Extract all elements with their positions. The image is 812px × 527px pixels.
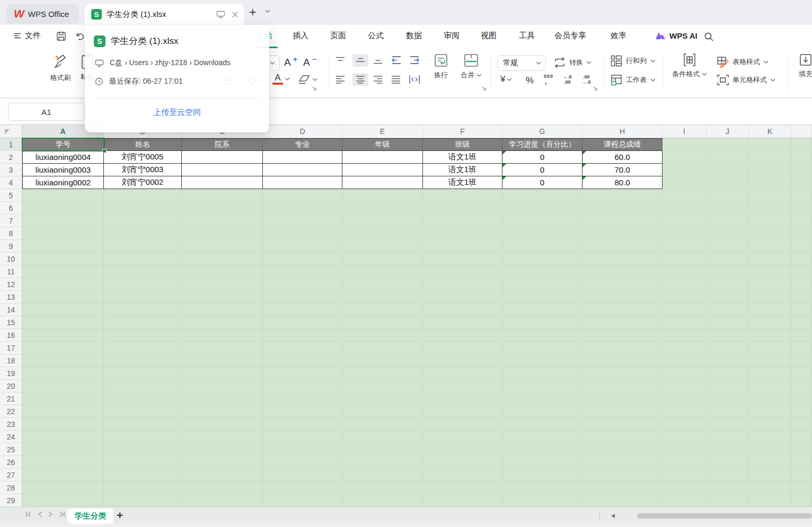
- eraser-button[interactable]: [298, 74, 317, 85]
- name-box[interactable]: A1: [8, 103, 85, 121]
- alignment-dialog-launcher-icon[interactable]: [481, 86, 487, 91]
- increase-font-button[interactable]: A+: [284, 57, 297, 68]
- cell-partial-10[interactable]: [791, 253, 812, 265]
- cell-A4[interactable]: liuxiaoning0002: [22, 176, 104, 189]
- menu-tab-view[interactable]: 视图: [481, 31, 497, 41]
- cell-J24[interactable]: [707, 431, 749, 443]
- rows-and-columns-button[interactable]: 行和列: [611, 55, 656, 67]
- cell-J19[interactable]: [707, 367, 749, 380]
- cell-G26[interactable]: [502, 456, 582, 469]
- cell-I22[interactable]: [663, 405, 707, 418]
- align-center-button[interactable]: [352, 73, 368, 86]
- menu-tab-page[interactable]: 页面: [330, 31, 346, 41]
- previous-sheet-icon[interactable]: [38, 511, 42, 517]
- cell-E23[interactable]: [342, 418, 423, 431]
- cell-E14[interactable]: [342, 303, 423, 316]
- row-header-27[interactable]: 27: [0, 469, 22, 481]
- next-sheet-icon[interactable]: [48, 511, 53, 517]
- cell-B2[interactable]: 刘宵宁0005: [104, 151, 182, 164]
- undo-icon[interactable]: [74, 31, 84, 41]
- cell-G20[interactable]: [502, 380, 582, 392]
- cell-F15[interactable]: [423, 316, 502, 329]
- cell-G22[interactable]: [502, 405, 582, 418]
- cell-B18[interactable]: [104, 354, 182, 367]
- cell-A1[interactable]: 学号: [22, 138, 104, 151]
- cell-partial-16[interactable]: [791, 329, 812, 342]
- cell-J22[interactable]: [707, 405, 749, 418]
- row-header-9[interactable]: 9: [0, 240, 22, 253]
- row-header-26[interactable]: 26: [0, 456, 22, 469]
- cell-K4[interactable]: [749, 176, 791, 189]
- cell-H11[interactable]: [582, 265, 663, 278]
- cell-A26[interactable]: [22, 456, 104, 469]
- cell-H21[interactable]: [582, 392, 663, 405]
- cell-C28[interactable]: [182, 481, 263, 494]
- cell-F20[interactable]: [423, 380, 502, 392]
- shrink-to-fit-button[interactable]: [409, 75, 420, 84]
- cell-I27[interactable]: [663, 469, 707, 481]
- row-header-12[interactable]: 12: [0, 278, 22, 291]
- wrap-text-button[interactable]: 换行: [428, 53, 454, 80]
- cell-partial-2[interactable]: [791, 151, 812, 164]
- font-color-button[interactable]: A: [272, 74, 290, 85]
- cell-I14[interactable]: [663, 303, 707, 316]
- row-header-18[interactable]: 18: [0, 354, 22, 367]
- cell-C11[interactable]: [182, 265, 263, 278]
- cell-E3[interactable]: [342, 164, 423, 176]
- cell-A15[interactable]: [22, 316, 104, 329]
- cell-F18[interactable]: [423, 354, 502, 367]
- cell-I29[interactable]: [663, 494, 707, 507]
- cell-G24[interactable]: [502, 431, 582, 443]
- cell-I3[interactable]: [663, 164, 707, 176]
- cell-partial-18[interactable]: [791, 354, 812, 367]
- cell-I6[interactable]: [663, 202, 707, 215]
- cell-E28[interactable]: [342, 481, 423, 494]
- cell-J4[interactable]: [707, 176, 749, 189]
- worksheet-button[interactable]: 工作表: [611, 74, 656, 86]
- cell-G12[interactable]: [502, 278, 582, 291]
- row-header-2[interactable]: 2: [0, 151, 22, 164]
- cell-H27[interactable]: [582, 469, 663, 481]
- cell-E11[interactable]: [342, 265, 423, 278]
- cell-B7[interactable]: [104, 215, 182, 227]
- cell-H19[interactable]: [582, 367, 663, 380]
- cell-C16[interactable]: [182, 329, 263, 342]
- cell-G25[interactable]: [502, 443, 582, 456]
- cell-partial-4[interactable]: [791, 176, 812, 189]
- cell-F27[interactable]: [423, 469, 502, 481]
- cell-D27[interactable]: [263, 469, 342, 481]
- cell-K8[interactable]: [749, 227, 791, 240]
- cell-B22[interactable]: [104, 405, 182, 418]
- cell-E22[interactable]: [342, 405, 423, 418]
- menu-tab-insert[interactable]: 插入: [293, 31, 308, 41]
- cell-A8[interactable]: [22, 227, 104, 240]
- column-header-I[interactable]: I: [663, 125, 707, 138]
- cell-C2[interactable]: [182, 151, 263, 164]
- cell-F5[interactable]: [423, 189, 502, 202]
- cell-C20[interactable]: [182, 380, 263, 392]
- cell-C26[interactable]: [182, 456, 263, 469]
- cell-I15[interactable]: [663, 316, 707, 329]
- cell-F1[interactable]: 班级: [423, 138, 502, 151]
- menu-tab-formula[interactable]: 公式: [368, 31, 384, 41]
- menu-tab-review[interactable]: 审阅: [444, 31, 460, 41]
- cell-J16[interactable]: [707, 329, 749, 342]
- cell-partial-21[interactable]: [791, 392, 812, 405]
- row-header-22[interactable]: 22: [0, 405, 22, 418]
- cell-A10[interactable]: [22, 253, 104, 265]
- popup-file-path[interactable]: C盘 › Users › zhjy-1218 › Downloads: [110, 58, 231, 68]
- cell-G29[interactable]: [502, 494, 582, 507]
- cell-H23[interactable]: [582, 418, 663, 431]
- cell-K15[interactable]: [749, 316, 791, 329]
- cell-B21[interactable]: [104, 392, 182, 405]
- cell-partial-17[interactable]: [791, 342, 812, 354]
- cell-J27[interactable]: [707, 469, 749, 481]
- cell-B9[interactable]: [104, 240, 182, 253]
- row-header-10[interactable]: 10: [0, 253, 22, 265]
- cell-B15[interactable]: [104, 316, 182, 329]
- new-tab-button[interactable]: +: [249, 6, 256, 19]
- row-header-3[interactable]: 3: [0, 164, 22, 176]
- column-header-H[interactable]: H: [582, 125, 663, 138]
- cell-I13[interactable]: [663, 291, 707, 303]
- scroll-left-icon[interactable]: [611, 514, 615, 518]
